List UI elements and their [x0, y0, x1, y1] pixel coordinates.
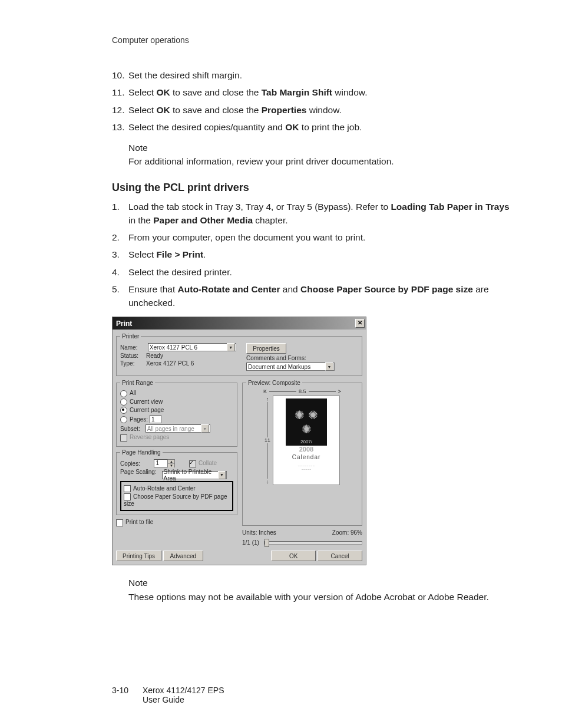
ruler-vertical: ↑11↓ [265, 396, 270, 485]
type-label: Type: [120, 360, 146, 367]
page-footer: 3-10 Xerox 4112/4127 EPS User Guide [112, 686, 224, 704]
steps-list-b: 1.Load the tab stock in Tray 3, Tray 4, … [112, 200, 515, 310]
print-dialog: Print ✕ Printer Name: Xerox 4127 PCL 6▼ … [112, 317, 366, 565]
chevron-down-icon: ▼ [201, 424, 209, 433]
note-block-2: Note These options may not be available … [128, 576, 515, 604]
preview-legend: Preview: Composite [246, 380, 302, 386]
step-text: Select the desired copies/quantity and O… [128, 122, 362, 132]
comments-select[interactable]: Document and Markups▼ [246, 363, 335, 371]
chevron-down-icon: ▼ [227, 343, 235, 351]
check-auto-rotate[interactable]: Auto-Rotate and Center [124, 485, 230, 492]
copies-label: Copies: [120, 460, 140, 466]
slider-thumb[interactable] [265, 539, 269, 547]
step-text: From your computer, open the document yo… [128, 232, 365, 242]
step-num: 10. [112, 68, 125, 82]
printer-legend: Printer [120, 333, 141, 340]
zoom-label: Zoom: [332, 529, 349, 536]
dialog-title: Print [116, 319, 132, 328]
section-header: Computer operations [112, 35, 515, 45]
units-value: Inches [259, 529, 276, 536]
check-reverse-pages[interactable]: Reverse pages [120, 434, 233, 441]
step-num: 12. [112, 103, 125, 117]
copies-spinner[interactable]: 1 ▲▼ [154, 459, 175, 467]
footer-product: Xerox 4112/4127 EPS [143, 686, 224, 695]
comments-label: Comments and Forms: [246, 355, 358, 361]
dialog-titlebar: Print ✕ [113, 317, 366, 330]
step-num: 3. [112, 248, 120, 261]
handling-legend: Page Handling [120, 449, 163, 456]
step-text: Select OK to save and close the Properti… [128, 105, 342, 115]
chevron-down-icon: ▼ [218, 471, 225, 479]
ruler-horizontal: K8.5> [263, 388, 341, 394]
preview-image: 2007/ [286, 398, 327, 446]
step-text: Set the desired shift margin. [128, 70, 242, 80]
range-legend: Print Range [120, 380, 155, 386]
chevron-up-icon[interactable]: ▲ [168, 460, 174, 464]
radio-current-view[interactable]: Current view [120, 398, 233, 406]
step-num: 13. [112, 120, 125, 134]
page-indicator: 1/1 (1) [242, 539, 259, 546]
highlighted-options: Auto-Rotate and Center Choose Paper Sour… [120, 481, 233, 512]
properties-button[interactable]: Properties [246, 343, 286, 354]
chevron-down-icon[interactable]: ▼ [168, 464, 174, 467]
check-collate[interactable]: Collate [189, 460, 217, 466]
radio-all[interactable]: All [120, 390, 233, 397]
page-number: 3-10 [112, 686, 133, 704]
radio-pages[interactable]: Pages: 1 [120, 415, 233, 423]
step-text: Select File > Print. [128, 249, 206, 259]
note-block: Note For additional information, review … [128, 141, 515, 169]
preview-fineprint: ································· [280, 464, 333, 471]
cancel-button[interactable]: Cancel [318, 551, 362, 561]
subset-select[interactable]: All pages in range▼ [146, 424, 210, 433]
note-label: Note [128, 141, 515, 154]
step-num: 11. [112, 85, 125, 99]
zoom-slider[interactable] [264, 541, 362, 545]
units-label: Units: [242, 529, 257, 536]
preview-calendar-label: Calendar [292, 454, 321, 460]
step-text: Load the tab stock in Tray 3, Tray 4, or… [128, 202, 510, 225]
step-num: 4. [112, 265, 120, 279]
zoom-value: 96% [351, 529, 362, 536]
ok-button[interactable]: OK [271, 551, 316, 561]
printing-tips-button[interactable]: Printing Tips [116, 551, 161, 561]
status-label: Status: [120, 353, 146, 359]
type-value: Xerox 4127 PCL 6 [146, 360, 194, 367]
step-num: 2. [112, 230, 120, 244]
footer-doc-type: User Guide [143, 695, 184, 704]
preview-page: 2007/ 2008 Calendar ····················… [273, 396, 340, 485]
name-label: Name: [120, 344, 146, 351]
section-title: Using the PCL print drivers [112, 182, 515, 194]
note-text: For additional information, review your … [128, 154, 515, 168]
note-label: Note [128, 576, 515, 589]
check-choose-source[interactable]: Choose Paper Source by PDF page size [124, 493, 230, 507]
printer-name-select[interactable]: Xerox 4127 PCL 6▼ [148, 343, 236, 351]
status-value: Ready [146, 353, 163, 359]
step-num: 1. [112, 200, 120, 213]
close-icon[interactable]: ✕ [355, 319, 365, 328]
scaling-select[interactable]: Shrink to Printable Area▼ [162, 471, 227, 479]
check-print-to-file[interactable]: Print to file [116, 519, 237, 526]
preview-year: 2008 [299, 446, 313, 453]
step-text: Select the desired printer. [128, 267, 232, 277]
scaling-label: Page Scaling: [120, 469, 157, 475]
step-text: Select OK to save and close the Tab Marg… [128, 87, 367, 97]
subset-label: Subset: [120, 426, 140, 432]
step-num: 5. [112, 282, 120, 296]
step-text: Ensure that Auto-Rotate and Center and C… [128, 284, 489, 308]
pages-input[interactable]: 1 [150, 415, 161, 423]
advanced-button[interactable]: Advanced [163, 551, 203, 561]
radio-current-page[interactable]: Current page [120, 407, 233, 414]
steps-list-a: 10.Set the desired shift margin. 11.Sele… [112, 68, 515, 134]
note-text: These options may not be available with … [128, 590, 515, 604]
chevron-down-icon: ▼ [325, 363, 333, 371]
preview-area: K8.5> ↑11↓ 2007/ 2008 Calendar ·········… [246, 388, 358, 506]
